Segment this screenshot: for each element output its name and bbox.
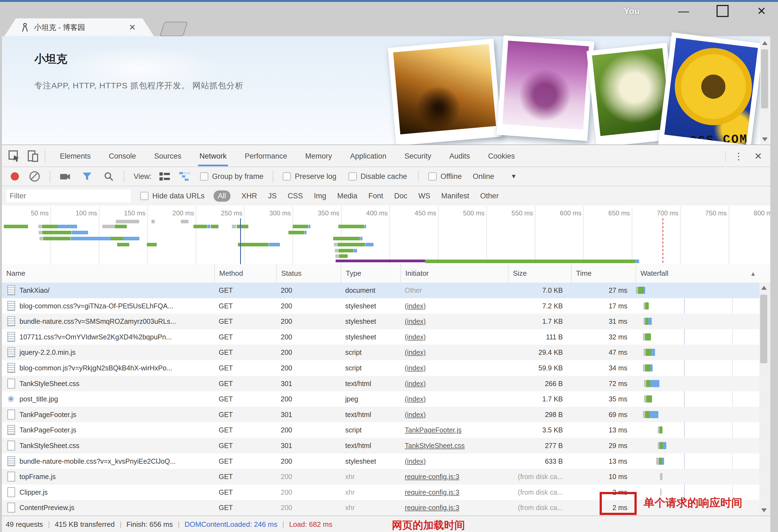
- column-header-name[interactable]: Name: [2, 264, 214, 283]
- filter-type-css[interactable]: CSS: [288, 192, 303, 200]
- filter-funnel-icon[interactable]: [82, 172, 92, 181]
- filter-row: Hide data URLs All XHRJSCSSImgMediaFontD…: [2, 186, 770, 205]
- devtools-tab-console[interactable]: Console: [100, 146, 145, 166]
- search-icon[interactable]: [103, 171, 114, 182]
- request-initiator[interactable]: (index): [400, 360, 508, 376]
- request-row[interactable]: bundle-nature.css?v=SMSmqROZamyrz003uRLs…: [2, 314, 770, 329]
- filter-type-media[interactable]: Media: [337, 192, 358, 200]
- column-header-initiator[interactable]: Initiator: [400, 264, 508, 283]
- filter-type-xhr[interactable]: XHR: [241, 192, 257, 200]
- request-row[interactable]: TankPageFooter.jsGET200scriptTankPageFoo…: [2, 422, 770, 438]
- request-initiator[interactable]: (index): [400, 453, 508, 469]
- preserve-log-checkbox[interactable]: [283, 172, 291, 181]
- new-tab-button[interactable]: [159, 22, 188, 36]
- separator: |: [120, 520, 122, 529]
- overview-gridline: [244, 206, 245, 264]
- column-header-waterfall[interactable]: Waterfall: [636, 264, 759, 283]
- tab-close-icon[interactable]: ✕: [129, 22, 136, 32]
- column-header-method[interactable]: Method: [214, 264, 276, 283]
- scroll-down-icon[interactable]: [762, 138, 768, 141]
- request-row[interactable]: jquery-2.2.0.min.jsGET200script(index)29…: [2, 345, 770, 360]
- browser-tab[interactable]: 小坦克 - 博客园 ✕: [4, 18, 154, 36]
- filter-type-js[interactable]: JS: [268, 192, 277, 200]
- request-initiator[interactable]: (index): [400, 407, 508, 423]
- chevron-down-icon[interactable]: ▼: [511, 173, 517, 180]
- page-scrollbar-thumb[interactable]: [761, 50, 768, 108]
- filter-type-manifest[interactable]: Manifest: [441, 192, 469, 200]
- filter-type-font[interactable]: Font: [368, 192, 383, 200]
- devtools-tab-sources[interactable]: Sources: [145, 146, 190, 166]
- clear-button[interactable]: [29, 171, 40, 182]
- request-initiator[interactable]: require-config.js:3: [400, 469, 508, 484]
- column-header-type[interactable]: Type: [341, 264, 400, 283]
- devtools-tab-audits[interactable]: Audits: [440, 146, 479, 166]
- request-initiator[interactable]: (index): [400, 391, 508, 407]
- devtools-tab-memory[interactable]: Memory: [296, 146, 341, 166]
- device-toolbar-icon[interactable]: [27, 150, 39, 162]
- request-initiator[interactable]: (index): [400, 314, 508, 329]
- filter-type-doc[interactable]: Doc: [394, 192, 407, 200]
- group-by-frame-checkbox[interactable]: [200, 172, 208, 181]
- overview-request-bar: [334, 243, 337, 246]
- scroll-up-icon[interactable]: [762, 41, 768, 45]
- scroll-down-icon[interactable]: [761, 508, 767, 512]
- filter-type-img[interactable]: Img: [314, 192, 326, 200]
- request-row[interactable]: topFrame.jsGET200xhrrequire-config.js:3(…: [2, 469, 770, 484]
- request-row[interactable]: bundle-nature-mobile.css?v=x_kvsPnyiEe2C…: [2, 453, 770, 469]
- request-type: text/html: [341, 376, 400, 391]
- devtools-tab-security[interactable]: Security: [395, 146, 441, 166]
- close-button[interactable]: ✕: [753, 5, 770, 17]
- request-initiator[interactable]: TankPageFooter.js: [400, 422, 508, 438]
- request-row[interactable]: ❀post_title.jpgGET200jpeg(index)1.7 KB35…: [2, 391, 770, 407]
- waterfall-view-icon[interactable]: [179, 172, 191, 181]
- filter-type-other[interactable]: Other: [480, 192, 499, 200]
- table-scrollbar-thumb[interactable]: [760, 295, 767, 363]
- request-row[interactable]: TankPageFooter.jsGET301text/html(index)2…: [2, 407, 770, 423]
- record-button[interactable]: [11, 172, 19, 181]
- maximize-button[interactable]: [716, 5, 728, 17]
- request-row[interactable]: blog-common.css?v=giTNza-Of-PEt5UsELhFQA…: [2, 298, 770, 314]
- kebab-menu-icon[interactable]: ⋮: [725, 151, 752, 162]
- network-overview-timeline[interactable]: 50 ms100 ms150 ms200 ms250 ms300 ms350 m…: [2, 206, 770, 265]
- filter-input[interactable]: [6, 190, 131, 202]
- request-row[interactable]: blog-common.js?v=yRkjgN2sBQkB4hX-wirHxPo…: [2, 360, 770, 376]
- request-size: 7.2 KB: [508, 298, 567, 314]
- screenshot-camera-icon[interactable]: [60, 172, 71, 181]
- devtools-close-icon[interactable]: ✕: [752, 151, 771, 162]
- devtools-tab-cookies[interactable]: Cookies: [479, 146, 524, 166]
- overview-request-bar: [354, 249, 357, 252]
- offline-checkbox[interactable]: [429, 172, 437, 181]
- list-view-icon[interactable]: [159, 172, 170, 181]
- minimize-button[interactable]: —: [675, 5, 692, 17]
- column-header-time[interactable]: Time: [571, 264, 636, 283]
- request-initiator[interactable]: (index): [400, 298, 508, 314]
- request-row[interactable]: TankStyleSheet.cssGET301text/htmlTankSty…: [2, 438, 770, 453]
- devtools-tab-performance[interactable]: Performance: [236, 146, 296, 166]
- waterfall-bar: [643, 333, 645, 341]
- request-row[interactable]: 107711.css?v=OmYVIdwrSe2KgXD4%2bqpuPn...…: [2, 329, 770, 345]
- devtools-tab-elements[interactable]: Elements: [51, 146, 100, 166]
- filter-type-all[interactable]: All: [214, 190, 231, 202]
- request-initiator[interactable]: require-config.js:3: [400, 500, 508, 516]
- page-scrollbar[interactable]: [760, 38, 770, 144]
- filter-type-ws[interactable]: WS: [418, 192, 430, 200]
- request-row[interactable]: TankStyleSheet.cssGET301text/html(index)…: [2, 376, 770, 391]
- overview-request-bar: [365, 243, 374, 246]
- request-row[interactable]: TankXiao/GET200documentOther7.0 KB27 ms: [2, 283, 770, 298]
- request-initiator[interactable]: (index): [400, 329, 508, 345]
- inspect-element-icon[interactable]: [8, 150, 20, 162]
- devtools-tab-application[interactable]: Application: [341, 146, 395, 166]
- column-header-size[interactable]: Size: [508, 264, 571, 283]
- throttling-select[interactable]: Online: [473, 172, 494, 181]
- scroll-up-icon[interactable]: [761, 286, 767, 290]
- request-name: Clipper.js: [14, 484, 212, 500]
- request-initiator[interactable]: (index): [400, 376, 508, 391]
- column-header-status[interactable]: Status: [276, 264, 341, 283]
- request-initiator[interactable]: TankStyleSheet.css: [400, 438, 508, 453]
- devtools-tab-network[interactable]: Network: [190, 146, 236, 166]
- request-initiator[interactable]: require-config.js:3: [400, 484, 508, 500]
- hide-data-urls-checkbox[interactable]: [140, 192, 148, 200]
- table-scrollbar[interactable]: [759, 283, 770, 516]
- request-initiator[interactable]: (index): [400, 345, 508, 360]
- disable-cache-checkbox[interactable]: [348, 172, 357, 181]
